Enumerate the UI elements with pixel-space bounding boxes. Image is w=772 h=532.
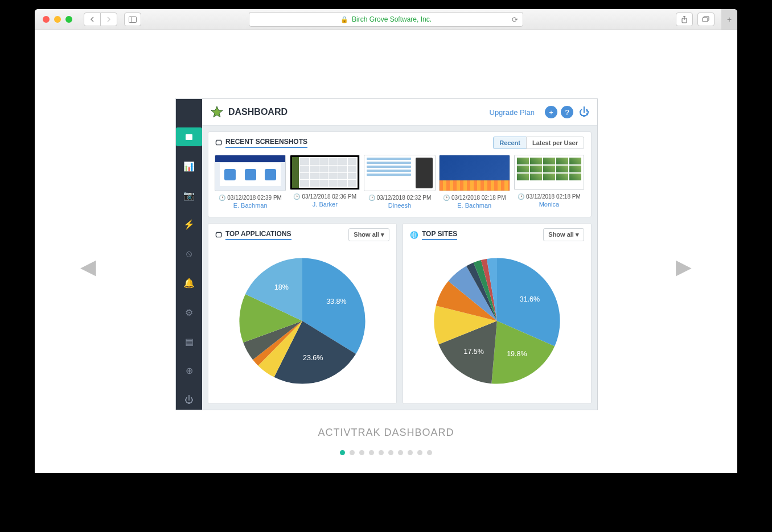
nav-settings[interactable]: ⚙ [176,303,202,321]
svg-text:18%: 18% [274,283,289,291]
pager-dot[interactable] [398,450,403,455]
top-applications-panel: 🖵 TOP APPLICATIONS Show all ▾ 33.8%23.6%… [208,223,397,404]
window-close-button[interactable] [43,16,50,23]
recent-screenshots-panel: 🖵 RECENT SCREENSHOTS Recent Latest per U… [208,131,592,217]
screenshot-thumb[interactable] [215,155,286,191]
pager-dot[interactable] [369,450,374,455]
add-button[interactable]: + [545,106,557,118]
window-zoom-button[interactable] [65,16,72,23]
pager-dot[interactable] [340,450,345,455]
power-button[interactable]: ⏻ [579,106,589,118]
pager-dot[interactable] [408,450,413,455]
pager-dot[interactable] [379,450,384,455]
pager-dot[interactable] [388,450,393,455]
nav-power[interactable]: ⏻ [176,391,202,410]
nav-dashboard[interactable] [176,127,202,146]
app-sidebar: 📊 📷 ⚡ ⦸ 🔔 ⚙ ▤ ⊕ ⏻ [176,99,202,410]
pager-dot[interactable] [427,450,432,455]
nav-back-button[interactable] [84,13,101,26]
lock-icon: 🔒 [340,16,348,23]
carousel-pagers [35,450,737,455]
svg-text:17.5%: 17.5% [463,348,483,356]
screenshot-item[interactable]: 🕑03/12/2018 02:32 PMDineesh [364,155,434,209]
help-button[interactable]: ? [561,106,573,118]
svg-text:33.8%: 33.8% [326,297,346,305]
tab-recent[interactable]: Recent [493,137,527,149]
panel-title: RECENT SCREENSHOTS [225,138,307,148]
globe-icon: 🌐 [410,231,418,239]
monitor-icon: 🖵 [215,231,222,239]
pager-dot[interactable] [417,450,422,455]
clock-icon: 🕑 [518,193,524,200]
svg-text:31.6%: 31.6% [520,295,540,303]
nav-add[interactable]: ⊕ [176,361,202,380]
upgrade-plan-link[interactable]: Upgrade Plan [490,108,535,117]
svg-rect-0 [129,17,137,22]
screenshot-item[interactable]: 🕑03/12/2018 02:39 PME. Bachman [215,155,285,209]
clock-icon: 🕑 [443,195,450,201]
screenshot-user[interactable]: Monica [539,201,559,208]
panel-title: TOP SITES [422,230,457,240]
screenshot-item[interactable]: 🕑03/12/2018 02:18 PMMonica [514,155,584,209]
show-all-dropdown[interactable]: Show all ▾ [543,228,584,241]
clock-icon: 🕑 [368,195,375,201]
share-button[interactable] [676,13,693,26]
dashboard-slide: 📊 📷 ⚡ ⦸ 🔔 ⚙ ▤ ⊕ ⏻ DASHBOARD Upgrade Pl [175,98,598,410]
new-tab-button[interactable]: + [721,9,737,30]
screenshot-thumb[interactable] [439,155,510,191]
window-minimize-button[interactable] [54,16,61,23]
page-content: ◀ ▶ 📊 📷 ⚡ ⦸ 🔔 ⚙ ▤ ⊕ ⏻ [35,30,737,473]
pager-dot[interactable] [359,450,364,455]
svg-text:23.6%: 23.6% [303,354,323,362]
screenshot-thumb[interactable] [364,155,435,191]
browser-titlebar: 🔒 Birch Grove Software, Inc. ⟳ + [35,9,737,30]
nav-reports[interactable]: 📊 [176,156,202,175]
clock-icon: 🕑 [219,195,225,201]
screenshot-timestamp: 🕑03/12/2018 02:18 PM [518,193,581,200]
carousel-next-button[interactable]: ▶ [676,255,692,279]
screenshot-user[interactable]: Dineesh [388,202,411,209]
screenshot-item[interactable]: 🕑03/12/2018 02:36 PMJ. Barker [290,155,360,209]
top-sites-panel: 🌐 TOP SITES Show all ▾ 31.6%19.8%17.5% [403,223,592,404]
screenshot-thumb[interactable] [290,155,360,190]
nav-alerts[interactable]: 🔔 [176,274,202,292]
page-heading: DASHBOARD [228,107,288,117]
screenshot-timestamp: 🕑03/12/2018 02:39 PM [219,195,282,201]
nav-activity[interactable]: ⚡ [176,215,202,234]
clock-icon: 🕑 [293,193,300,200]
carousel-prev-button[interactable]: ◀ [80,255,96,279]
pie-chart: 31.6%19.8%17.5% [426,250,568,392]
screenshot-timestamp: 🕑03/12/2018 02:18 PM [443,195,506,201]
svg-rect-4 [703,18,708,22]
pager-dot[interactable] [350,450,355,455]
screenshot-user[interactable]: J. Barker [313,201,338,208]
screenshot-thumb[interactable] [514,155,584,190]
reload-button[interactable]: ⟳ [512,15,518,24]
dashboard-header: DASHBOARD Upgrade Plan + ? ⏻ [202,99,597,126]
url-bar[interactable]: 🔒 Birch Grove Software, Inc. ⟳ [249,12,523,27]
nav-block[interactable]: ⦸ [176,245,202,263]
safari-window: 🔒 Birch Grove Software, Inc. ⟳ + ◀ ▶ 📊 📷… [35,9,737,472]
page-title: Birch Grove Software, Inc. [352,15,432,23]
screenshot-timestamp: 🕑03/12/2018 02:36 PM [293,193,356,200]
svg-marker-6 [211,106,223,117]
tab-latest-per-user[interactable]: Latest per User [526,137,584,149]
pie-chart: 33.8%23.6%18% [231,250,373,392]
show-all-dropdown[interactable]: Show all ▾ [348,228,389,241]
nav-pages[interactable]: ▤ [176,332,202,351]
slide-caption: ACTIVTRAK DASHBOARD [35,427,737,439]
screenshot-item[interactable]: 🕑03/12/2018 02:18 PME. Bachman [440,155,510,209]
screenshot-user[interactable]: E. Bachman [457,202,491,209]
nav-screenshots[interactable]: 📷 [176,186,202,205]
screenshot-user[interactable]: E. Bachman [233,202,268,209]
panel-title: TOP APPLICATIONS [225,230,291,240]
nav-forward-button[interactable] [100,13,117,26]
screenshot-timestamp: 🕑03/12/2018 02:32 PM [368,195,432,201]
tabs-button[interactable] [697,13,714,26]
svg-rect-5 [186,134,192,140]
app-logo-icon [210,105,224,119]
toggle-sidebar-button[interactable] [124,13,141,26]
svg-text:19.8%: 19.8% [507,350,527,358]
monitor-icon: 🖵 [215,139,222,147]
